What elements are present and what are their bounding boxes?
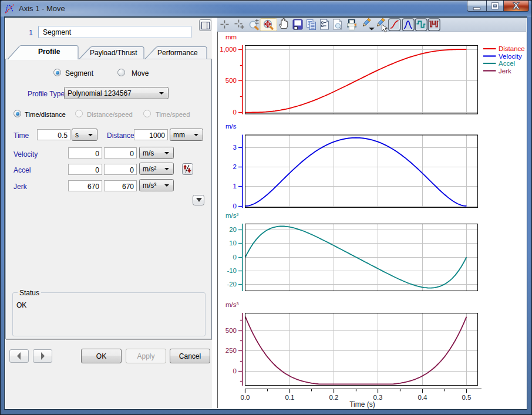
svg-text:mm: mm bbox=[225, 33, 237, 41]
svg-text:0: 0 bbox=[233, 367, 237, 374]
svg-text:Velocity: Velocity bbox=[499, 53, 522, 60]
svg-text:1: 1 bbox=[233, 183, 237, 190]
svg-text:m/s: m/s bbox=[225, 123, 237, 130]
svg-text:2: 2 bbox=[233, 163, 237, 170]
svg-text:0: 0 bbox=[233, 109, 237, 116]
svg-text:0.1: 0.1 bbox=[285, 394, 295, 401]
svg-text:0: 0 bbox=[233, 203, 237, 210]
svg-text:Jerk: Jerk bbox=[499, 68, 511, 75]
svg-text:-20: -20 bbox=[227, 281, 237, 288]
svg-text:Distance: Distance bbox=[499, 45, 525, 52]
svg-text:m/s²: m/s² bbox=[225, 212, 239, 219]
svg-text:1,000: 1,000 bbox=[220, 46, 237, 53]
svg-text:0.5: 0.5 bbox=[462, 394, 472, 401]
svg-text:m/s³: m/s³ bbox=[225, 301, 239, 308]
svg-text:250: 250 bbox=[225, 347, 237, 354]
svg-text:Time (s): Time (s) bbox=[349, 400, 375, 409]
svg-text:0.0: 0.0 bbox=[241, 394, 250, 401]
svg-text:0.2: 0.2 bbox=[329, 394, 339, 401]
svg-text:500: 500 bbox=[225, 77, 237, 84]
svg-text:10: 10 bbox=[229, 239, 237, 247]
svg-text:3: 3 bbox=[233, 144, 237, 151]
svg-text:Accel: Accel bbox=[499, 60, 515, 67]
svg-text:0: 0 bbox=[233, 254, 237, 261]
svg-text:0.4: 0.4 bbox=[418, 394, 428, 401]
svg-text:500: 500 bbox=[225, 327, 237, 334]
svg-text:-10: -10 bbox=[227, 267, 237, 274]
svg-text:20: 20 bbox=[229, 226, 237, 233]
